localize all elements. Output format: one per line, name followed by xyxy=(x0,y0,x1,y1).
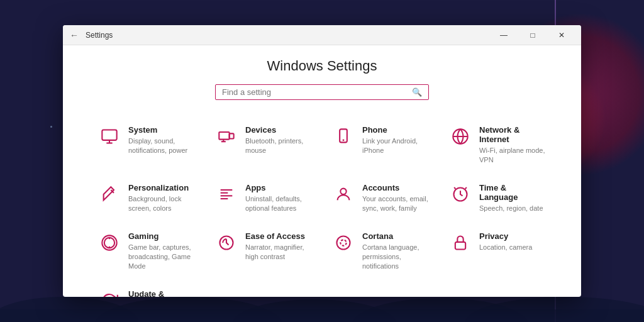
update-text: Update & Security Windows Update, recove… xyxy=(128,289,195,297)
accounts-desc: Your accounts, email, sync, work, family xyxy=(362,194,429,214)
cortana-text: Cortana Cortana language, permissions, n… xyxy=(362,231,429,272)
svg-rect-6 xyxy=(102,130,116,140)
setting-personalization[interactable]: Personalization Background, lock screen,… xyxy=(88,175,205,221)
setting-ease[interactable]: Ease of Access Narrator, magnifier, high… xyxy=(205,224,322,279)
settings-grid: System Display, sound, notifications, po… xyxy=(88,118,556,297)
svg-point-21 xyxy=(340,188,346,194)
search-icon: 🔍 xyxy=(412,87,422,97)
accounts-icon xyxy=(332,183,355,206)
search-input[interactable] xyxy=(222,87,412,97)
phone-name: Phone xyxy=(362,125,429,135)
cortana-desc: Cortana language, permissions, notificat… xyxy=(362,243,429,272)
system-text: System Display, sound, notifications, po… xyxy=(128,125,195,156)
system-icon xyxy=(98,125,121,148)
setting-time[interactable]: Time & Language Speech, region, date xyxy=(439,175,556,221)
settings-window: ← Settings — □ ✕ Windows Settings 🔍 xyxy=(63,25,581,297)
apps-text: Apps Uninstall, defaults, optional featu… xyxy=(245,183,312,214)
setting-phone[interactable]: Phone Link your Android, iPhone xyxy=(322,118,439,173)
update-name: Update & Security xyxy=(128,289,195,297)
setting-gaming[interactable]: Gaming Game bar, captures, broadcasting,… xyxy=(88,224,205,279)
devices-desc: Bluetooth, printers, mouse xyxy=(245,136,312,156)
svg-rect-9 xyxy=(219,132,229,140)
setting-accounts[interactable]: Accounts Your accounts, email, sync, wor… xyxy=(322,175,439,221)
time-name: Time & Language xyxy=(479,183,546,202)
apps-name: Apps xyxy=(245,183,312,192)
page-title: Windows Settings xyxy=(88,58,556,74)
phone-desc: Link your Android, iPhone xyxy=(362,136,429,156)
phone-icon xyxy=(332,125,355,148)
setting-update[interactable]: Update & Security Windows Update, recove… xyxy=(88,282,205,297)
accounts-text: Accounts Your accounts, email, sync, wor… xyxy=(362,183,429,214)
network-icon xyxy=(449,125,472,148)
setting-devices[interactable]: Devices Bluetooth, printers, mouse xyxy=(205,118,322,173)
time-desc: Speech, region, date xyxy=(479,204,546,213)
devices-name: Devices xyxy=(245,125,312,135)
personalization-name: Personalization xyxy=(128,183,195,192)
window-title: Settings xyxy=(86,31,489,40)
back-button[interactable]: ← xyxy=(68,29,80,42)
system-desc: Display, sound, notifications, power xyxy=(128,136,195,156)
setting-system[interactable]: System Display, sound, notifications, po… xyxy=(88,118,205,173)
privacy-icon xyxy=(449,231,472,254)
svg-rect-10 xyxy=(230,133,234,138)
settings-content: Windows Settings 🔍 System Display, sound… xyxy=(63,45,581,297)
gaming-icon xyxy=(98,231,121,254)
titlebar: ← Settings — □ ✕ xyxy=(63,25,581,45)
ease-text: Ease of Access Narrator, magnifier, high… xyxy=(245,231,312,262)
personalization-icon xyxy=(98,183,121,206)
setting-network[interactable]: Network & Internet Wi-Fi, airplane mode,… xyxy=(439,118,556,173)
cortana-name: Cortana xyxy=(362,231,429,241)
minimize-button[interactable]: — xyxy=(489,25,518,45)
privacy-name: Privacy xyxy=(479,231,546,241)
gaming-desc: Game bar, captures, broadcasting, Game M… xyxy=(128,243,195,272)
search-box: 🔍 xyxy=(215,84,429,100)
setting-privacy[interactable]: Privacy Location, camera xyxy=(439,224,556,279)
svg-point-0 xyxy=(0,297,138,322)
time-text: Time & Language Speech, region, date xyxy=(479,183,546,213)
svg-point-28 xyxy=(337,236,350,249)
close-button[interactable]: ✕ xyxy=(547,25,576,45)
system-name: System xyxy=(128,125,195,135)
phone-text: Phone Link your Android, iPhone xyxy=(362,125,429,156)
privacy-text: Privacy Location, camera xyxy=(479,231,546,252)
svg-rect-5 xyxy=(0,309,644,322)
svg-point-2 xyxy=(233,299,396,322)
setting-apps[interactable]: Apps Uninstall, defaults, optional featu… xyxy=(205,175,322,221)
svg-point-29 xyxy=(340,240,346,245)
personalization-desc: Background, lock screen, colors xyxy=(128,194,195,214)
personalization-text: Personalization Background, lock screen,… xyxy=(128,183,195,214)
devices-icon xyxy=(215,125,238,148)
svg-rect-30 xyxy=(455,242,465,249)
accounts-name: Accounts xyxy=(362,183,429,192)
apps-icon xyxy=(215,183,238,206)
network-name: Network & Internet xyxy=(479,125,546,144)
window-controls: — □ ✕ xyxy=(489,25,576,45)
network-text: Network & Internet Wi-Fi, airplane mode,… xyxy=(479,125,546,165)
ease-desc: Narrator, magnifier, high contrast xyxy=(245,243,312,262)
apps-desc: Uninstall, defaults, optional features xyxy=(245,194,312,214)
network-desc: Wi-Fi, airplane mode, VPN xyxy=(479,146,546,165)
privacy-desc: Location, camera xyxy=(479,243,546,252)
update-icon xyxy=(98,289,121,297)
maximize-button[interactable]: □ xyxy=(518,25,547,45)
devices-text: Devices Bluetooth, printers, mouse xyxy=(245,125,312,156)
gaming-name: Gaming xyxy=(128,231,195,241)
svg-point-3 xyxy=(352,298,528,322)
search-container: 🔍 xyxy=(88,84,556,100)
ease-name: Ease of Access xyxy=(245,231,312,241)
cortana-icon xyxy=(332,231,355,254)
ease-icon xyxy=(215,231,238,254)
svg-point-1 xyxy=(94,297,283,322)
bg-dot xyxy=(50,126,52,128)
svg-point-24 xyxy=(104,237,114,247)
svg-point-4 xyxy=(465,297,644,322)
time-icon xyxy=(449,183,472,206)
setting-cortana[interactable]: Cortana Cortana language, permissions, n… xyxy=(322,224,439,279)
gaming-text: Gaming Game bar, captures, broadcasting,… xyxy=(128,231,195,272)
